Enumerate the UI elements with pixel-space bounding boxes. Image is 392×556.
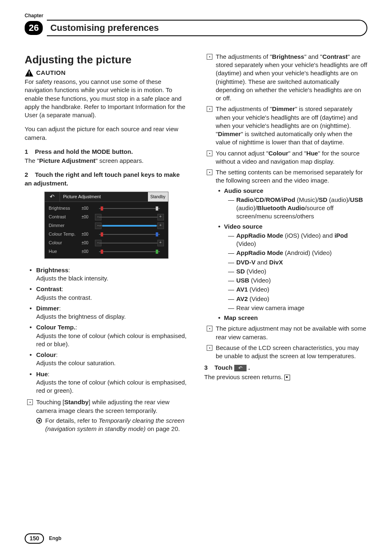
item-title: Brightness: [36, 266, 68, 273]
note-icon: ▪: [27, 399, 33, 405]
item-brightness: Brightness:Adjusts the black intensity.: [25, 266, 188, 283]
step-3-title-a: Touch: [214, 364, 234, 371]
left-column: Adjusting the picture CAUTION For safety…: [25, 53, 188, 436]
item-hue: Hue:Adjusts the tone of colour (which co…: [25, 370, 188, 395]
ref-line: For details, refer to Temporarily cleari…: [36, 417, 188, 433]
item-title: Dimmer: [36, 305, 59, 312]
text: on page 20.: [145, 425, 180, 432]
item-title: Contrast: [36, 285, 62, 292]
video-line-2: AppRadio Mode (Android) (Video): [224, 249, 367, 257]
text: (audio)/: [236, 204, 257, 211]
chapter-label: Chapter: [25, 12, 367, 19]
note-standby: ▪ Touching [Standby] while adjusting the…: [25, 398, 188, 433]
video-line-7: AV2 (Video): [224, 295, 367, 303]
val-colour-temp: ±00: [82, 232, 92, 237]
row-dimmer: Dimmer - +: [49, 222, 164, 229]
val-contrast: ±00: [82, 214, 92, 220]
text: The adjustments of ": [216, 53, 272, 60]
note-brightness-contrast: ▪ The adjustments of "Brightness" and "C…: [204, 53, 367, 103]
item-dimmer: Dimmer:Adjusts the brightness of display…: [25, 304, 188, 321]
row-hue: Hue ±00: [49, 248, 164, 255]
intro-text: You can adjust the picture for each sour…: [25, 125, 188, 142]
slider-colour[interactable]: - +: [95, 240, 164, 246]
text: and: [256, 259, 269, 266]
text: ROM: [266, 196, 280, 203]
step-1-sub-b: Picture Adjustment: [39, 157, 95, 164]
text: Rear view camera image: [236, 304, 304, 311]
text: Hue: [307, 150, 318, 157]
text: SD: [319, 196, 327, 203]
picture-adjustment-screenshot: ↶ Picture Adjustment Standby Brightness …: [44, 192, 168, 259]
text: (Video): [249, 277, 271, 284]
text: Dimmer: [272, 105, 295, 112]
step-3-sub: The previous screen returns.: [204, 373, 367, 381]
audio-source: Audio source Radio/CD/ROM/iPod (Music)/S…: [216, 187, 367, 221]
step-1-sub-c: " screen appears.: [95, 157, 143, 164]
text: DivX: [269, 259, 283, 266]
note-lcd: ▪ Because of the LCD screen characterist…: [204, 344, 367, 361]
text: The setting contents can be memorised se…: [216, 169, 363, 184]
plus-icon[interactable]: +: [157, 214, 164, 220]
video-source: Video source AppRadio Mode (iOS) (Video)…: [216, 222, 367, 313]
video-source-label: Video source: [224, 223, 263, 230]
text: iPod: [334, 232, 348, 239]
text: Radio: [236, 196, 254, 203]
note-icon: ▪: [207, 169, 212, 175]
back-icon[interactable]: ↶: [45, 192, 60, 202]
standby-button[interactable]: Standby: [148, 192, 168, 202]
caution-label: CAUTION: [36, 69, 66, 77]
text: (Video): [245, 268, 266, 275]
val-colour: ±00: [82, 240, 92, 246]
step-2: 2 Touch the right and left touch panel k…: [25, 171, 188, 188]
text: DVD-V: [236, 259, 256, 266]
slider-dimmer[interactable]: - +: [95, 223, 164, 229]
text: The previous screen returns.: [204, 373, 283, 380]
step-1: 1 Press and hold the MODE button.: [25, 148, 188, 156]
item-desc: Adjusts the colour saturation.: [36, 359, 188, 367]
text: Colour: [268, 150, 288, 157]
text: CD: [255, 196, 264, 203]
text: The adjustments of ": [216, 105, 272, 112]
plus-icon[interactable]: +: [157, 240, 164, 246]
slider-colour-temp[interactable]: [95, 232, 164, 237]
text: AppRadio Mode: [236, 232, 283, 239]
article-title: Adjusting the picture: [25, 53, 188, 67]
slider-contrast[interactable]: - +: [95, 214, 164, 220]
slider-brightness[interactable]: [95, 206, 164, 211]
video-line-6: AV1 (Video): [224, 285, 367, 294]
item-contrast: Contrast:Adjusts the contrast.: [25, 285, 188, 302]
language-label: Engb: [49, 535, 61, 542]
slider-hue[interactable]: [95, 249, 164, 255]
screenshot-title: Picture Adjustment: [60, 192, 148, 202]
video-line-8: Rear view camera image: [224, 304, 367, 312]
right-column: ▪ The adjustments of "Brightness" and "C…: [204, 53, 367, 436]
item-colour-temp: Colour Temp.:Adjusts the tone of colour …: [25, 323, 188, 348]
text: (Video): [236, 240, 256, 247]
video-line-1: AppRadio Mode (iOS) (Video) and iPod (Vi…: [224, 232, 367, 248]
item-desc: Adjusts the contrast.: [36, 294, 188, 302]
section-header: 26 Customising preferences: [25, 20, 367, 36]
caution-heading: CAUTION: [25, 69, 188, 77]
text: Bluetooth Audio: [257, 204, 305, 211]
plus-icon[interactable]: +: [157, 222, 164, 229]
val-brightness: ±00: [82, 206, 92, 211]
step-3-num: 3: [204, 364, 208, 371]
note-rvc: ▪ The picture adjustment may not be avai…: [204, 324, 367, 341]
pointer-icon: [36, 417, 42, 423]
label-brightness: Brightness: [49, 205, 78, 211]
label-colour-temp: Colour Temp.: [49, 231, 78, 237]
note-icon: ▪: [207, 106, 212, 112]
item-title: Hue: [36, 371, 48, 378]
svg-rect-1: [29, 75, 30, 76]
step-3: 3 Touch ↶ .: [204, 364, 367, 372]
text: iPod: [282, 196, 295, 203]
back-icon[interactable]: ↶: [234, 365, 247, 371]
label-dimmer: Dimmer: [49, 222, 78, 229]
row-colour: Colour ±00 - +: [49, 240, 164, 246]
item-desc: Adjusts the black intensity.: [36, 274, 188, 283]
safety-text: For safety reasons, you cannot use some …: [25, 78, 188, 119]
adjustment-items: Brightness:Adjusts the black intensity. …: [25, 266, 188, 395]
step-1-sub: The "Picture Adjustment" screen appears.: [25, 157, 188, 165]
svg-rect-0: [29, 71, 30, 74]
audio-source-label: Audio source: [224, 187, 263, 194]
